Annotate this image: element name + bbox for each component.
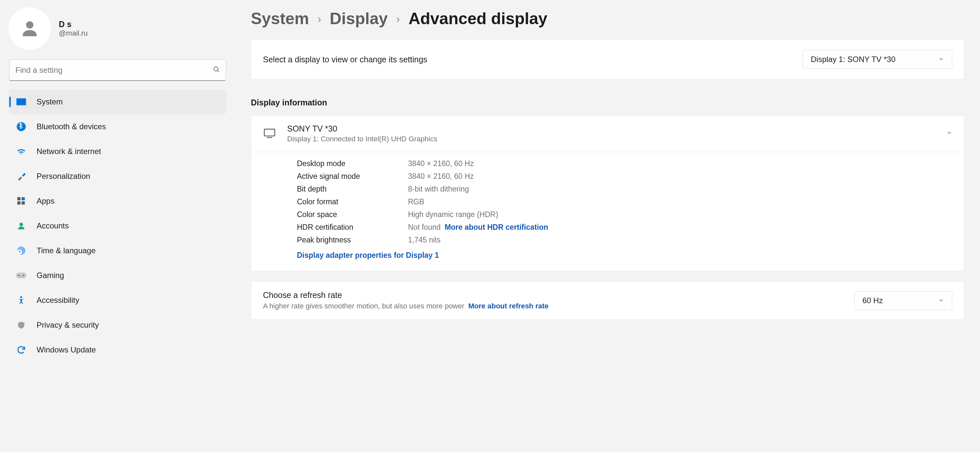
nav-label: Apps xyxy=(37,197,54,206)
apps-icon xyxy=(16,197,27,205)
display-selector-dropdown[interactable]: Display 1: SONY TV *30 xyxy=(803,50,952,69)
refresh-rate-card: Choose a refresh rate A higher rate give… xyxy=(251,281,964,320)
sidebar-item-update[interactable]: Windows Update xyxy=(9,338,226,362)
svg-line-2 xyxy=(218,70,219,72)
dropdown-value: Display 1: SONY TV *30 xyxy=(811,55,896,64)
bluetooth-icon xyxy=(16,122,27,132)
profile-block[interactable]: D s @mail.ru xyxy=(5,4,231,53)
sidebar-item-system[interactable]: System xyxy=(9,89,226,114)
svg-point-0 xyxy=(26,21,33,29)
svg-point-1 xyxy=(214,67,218,71)
display-subtitle: Display 1: Connected to Intel(R) UHD Gra… xyxy=(287,135,438,143)
info-row: Desktop mode 3840 × 2160, 60 Hz xyxy=(297,157,952,170)
breadcrumb-display[interactable]: Display xyxy=(329,9,388,28)
chevron-right-icon: › xyxy=(396,13,400,25)
gamepad-icon xyxy=(16,272,27,279)
section-heading-display-info: Display information xyxy=(251,98,964,107)
svg-point-16 xyxy=(20,297,22,298)
chevron-down-icon xyxy=(938,296,944,305)
info-row: HDR certification Not found More about H… xyxy=(297,221,952,234)
info-row: Peak brightness 1,745 nits xyxy=(297,234,952,246)
sidebar-item-apps[interactable]: Apps xyxy=(9,189,226,213)
info-row: Color space High dynamic range (HDR) xyxy=(297,208,952,221)
breadcrumb-current: Advanced display xyxy=(408,9,547,28)
profile-email: @mail.ru xyxy=(59,29,88,38)
system-icon xyxy=(16,98,27,105)
hdr-cert-link[interactable]: More about HDR certification xyxy=(445,223,548,232)
nav-label: Windows Update xyxy=(37,345,96,354)
search-input[interactable] xyxy=(15,66,213,75)
search-box[interactable] xyxy=(9,59,226,81)
sidebar-item-accounts[interactable]: Accounts xyxy=(9,213,226,238)
display-selector-card: Select a display to view or change its s… xyxy=(251,39,964,79)
svg-rect-8 xyxy=(18,201,21,205)
sidebar: D s @mail.ru System Bluetooth & dev xyxy=(0,0,235,452)
monitor-icon xyxy=(263,128,276,140)
display-adapter-link[interactable]: Display adapter properties for Display 1 xyxy=(297,251,439,259)
display-info-table: Desktop mode 3840 × 2160, 60 Hz Active s… xyxy=(251,152,964,271)
info-row: Color format RGB xyxy=(297,195,952,208)
svg-rect-17 xyxy=(264,129,275,136)
display-selector-label: Select a display to view or change its s… xyxy=(263,55,427,64)
sidebar-item-accessibility[interactable]: Accessibility xyxy=(9,288,226,312)
refresh-sub: A higher rate gives smoother motion, but… xyxy=(263,302,464,310)
paintbrush-icon xyxy=(16,171,27,181)
display-info-header[interactable]: SONY TV *30 Display 1: Connected to Inte… xyxy=(251,116,964,152)
wifi-icon xyxy=(16,147,27,155)
nav-label: Bluetooth & devices xyxy=(37,122,106,131)
refresh-title: Choose a refresh rate xyxy=(263,290,549,300)
svg-point-14 xyxy=(18,275,20,276)
nav-label: Time & language xyxy=(37,246,96,255)
svg-rect-13 xyxy=(16,273,27,278)
nav-label: Privacy & security xyxy=(37,320,99,330)
svg-point-10 xyxy=(20,222,23,226)
svg-rect-4 xyxy=(17,99,25,105)
svg-rect-7 xyxy=(22,197,25,200)
svg-rect-9 xyxy=(22,201,25,205)
breadcrumb-system[interactable]: System xyxy=(251,9,309,28)
nav-label: Gaming xyxy=(37,271,64,280)
chevron-up-icon xyxy=(947,130,952,137)
refresh-rate-dropdown[interactable]: 60 Hz xyxy=(854,291,952,310)
nav-label: Personalization xyxy=(37,172,90,181)
sidebar-item-gaming[interactable]: Gaming xyxy=(9,263,226,288)
chevron-down-icon xyxy=(938,55,944,64)
svg-rect-6 xyxy=(18,197,21,200)
shield-icon xyxy=(16,320,27,330)
nav-label: System xyxy=(37,97,63,106)
nav-label: Accounts xyxy=(37,221,69,230)
main-content: System › Display › Advanced display Sele… xyxy=(235,0,980,452)
sidebar-item-bluetooth[interactable]: Bluetooth & devices xyxy=(9,114,226,139)
refresh-rate-link[interactable]: More about refresh rate xyxy=(468,302,549,310)
nav-label: Network & internet xyxy=(37,147,101,156)
profile-name: D s xyxy=(59,20,88,29)
breadcrumb: System › Display › Advanced display xyxy=(251,9,964,28)
sidebar-item-time[interactable]: Time & language xyxy=(9,238,226,263)
accessibility-icon xyxy=(16,295,27,306)
display-name: SONY TV *30 xyxy=(287,124,438,133)
dropdown-value: 60 Hz xyxy=(862,296,883,305)
nav-label: Accessibility xyxy=(37,296,80,305)
info-row: Active signal mode 3840 × 2160, 60 Hz xyxy=(297,170,952,183)
chevron-right-icon: › xyxy=(318,13,321,25)
svg-point-15 xyxy=(23,275,24,276)
search-icon xyxy=(213,66,220,75)
sidebar-item-network[interactable]: Network & internet xyxy=(9,139,226,164)
info-row: Bit depth 8-bit with dithering xyxy=(297,183,952,195)
update-icon xyxy=(16,345,27,355)
sidebar-item-personalization[interactable]: Personalization xyxy=(9,164,226,189)
sidebar-item-privacy[interactable]: Privacy & security xyxy=(9,312,226,338)
avatar xyxy=(8,7,51,49)
person-icon xyxy=(16,221,27,231)
sidebar-nav: System Bluetooth & devices Network & int… xyxy=(0,89,235,362)
display-info-card: SONY TV *30 Display 1: Connected to Inte… xyxy=(251,115,964,271)
clock-globe-icon xyxy=(16,246,27,255)
